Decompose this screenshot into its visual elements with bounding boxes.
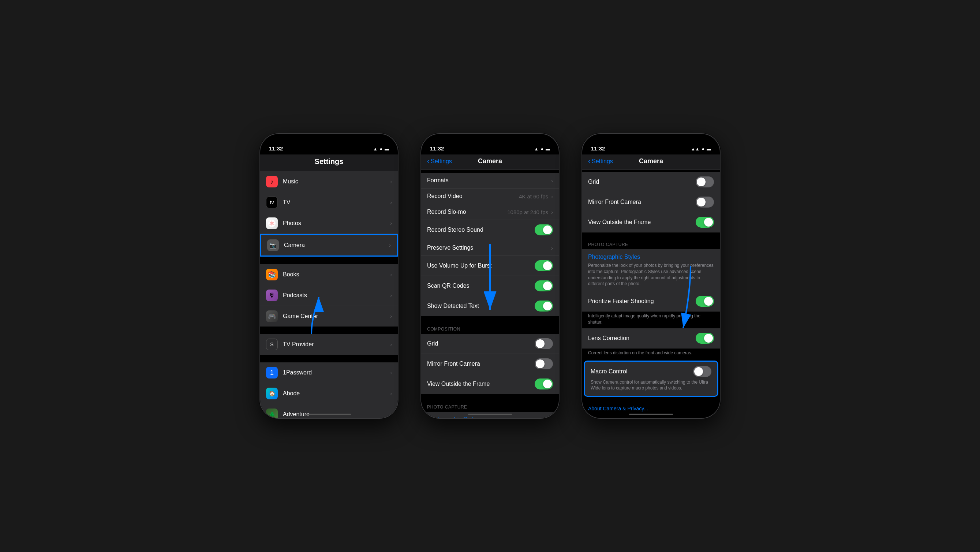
settings-item-music[interactable]: ♪ Music › <box>260 171 398 192</box>
camera-settings-list-3: Grid Mirror Front Camera V <box>582 170 720 416</box>
photo-styles-title: Photographic Styles <box>427 416 553 418</box>
cam-item-scan-qr[interactable]: Scan QR Codes <box>421 276 559 296</box>
grid-toggle[interactable] <box>535 338 553 349</box>
preserve-label: Preserve Settings <box>427 245 473 251</box>
camera-icon: 📷 <box>267 239 279 251</box>
formats-chevron: › <box>551 178 553 184</box>
chevron-icon: › <box>390 391 392 396</box>
grid3-label: Grid <box>588 179 599 185</box>
cam-item-preserve[interactable]: Preserve Settings › <box>421 240 559 256</box>
scan-qr-label: Scan QR Codes <box>427 283 469 289</box>
stereo-toggle[interactable] <box>535 224 553 235</box>
chevron-icon: › <box>390 272 392 277</box>
phone-2-screen: 11:32 ▲ ● ▬ ‹ Settings Camera <box>421 134 559 418</box>
cam-item-stereo[interactable]: Record Stereo Sound <box>421 220 559 240</box>
toggle-thumb <box>704 297 713 305</box>
composition-section-label: COMPOSITION <box>421 319 559 334</box>
toggle-thumb <box>704 218 713 227</box>
dynamic-island-3 <box>629 138 673 151</box>
slomo-val: 1080p at 240 fps <box>507 209 548 215</box>
settings-item-adventure[interactable]: 🌲 Adventure › <box>260 404 398 418</box>
settings-item-abode[interactable]: 🏠 Abode › <box>260 383 398 404</box>
scan-qr-toggle[interactable] <box>535 280 553 291</box>
settings-item-camera[interactable]: 📷 Camera › <box>260 234 398 257</box>
record-video-chevron: › <box>551 193 553 199</box>
settings-item-tv[interactable]: tv TV › <box>260 192 398 213</box>
nav-back-label: Settings <box>592 158 613 165</box>
signal-icon: ▲ <box>534 146 539 151</box>
photos-label: Photos <box>283 220 390 227</box>
cam-item-mirror3[interactable]: Mirror Front Camera <box>582 192 720 212</box>
mirror3-toggle[interactable] <box>696 197 714 208</box>
cam-item-slomo[interactable]: Record Slo-mo 1080p at 240 fps › <box>421 204 559 220</box>
camera-label: Camera <box>284 242 389 248</box>
toggle-thumb <box>536 360 544 368</box>
battery-icon: ▬ <box>546 146 550 151</box>
settings-item-tvprovider[interactable]: S TV Provider › <box>260 334 398 355</box>
status-time-1: 11:32 <box>269 145 283 151</box>
toggle-thumb <box>697 178 706 186</box>
chevron-icon: › <box>390 313 392 319</box>
photo-styles-desc-3: Personalize the look of your photos by b… <box>588 262 714 287</box>
phone-2-content: ‹ Settings Camera Formats › <box>421 154 559 418</box>
nav-back-2[interactable]: ‹ Settings <box>427 157 452 165</box>
battery-icon: ▬ <box>385 146 389 151</box>
cam-item-mirror[interactable]: Mirror Front Camera <box>421 354 559 374</box>
settings-item-1password[interactable]: 1 1Password › <box>260 363 398 383</box>
grid3-toggle[interactable] <box>696 177 714 188</box>
music-label: Music <box>283 178 390 185</box>
chevron-icon: › <box>390 342 392 347</box>
mirror-toggle[interactable] <box>535 358 553 369</box>
nav-back-3[interactable]: ‹ Settings <box>588 157 613 165</box>
toggle-thumb <box>704 334 713 343</box>
tvprovider-label: TV Provider <box>283 341 390 348</box>
1password-icon: 1 <box>266 367 278 379</box>
settings-item-gamecenter[interactable]: 🎮 Game Center › <box>260 306 398 326</box>
toggle-thumb <box>543 282 552 290</box>
home-indicator-3 <box>629 414 673 415</box>
settings-item-books[interactable]: 📚 Books › <box>260 264 398 285</box>
cam-item-faster-shooting[interactable]: Prioritize Faster Shooting <box>582 291 720 312</box>
cam-item-show-text[interactable]: Show Detected Text <box>421 296 559 316</box>
back-chevron-icon: ‹ <box>427 157 429 165</box>
cam-item-formats[interactable]: Formats › <box>421 173 559 189</box>
toggle-thumb <box>543 261 552 270</box>
cam-item-record-video[interactable]: Record Video 4K at 60 fps › <box>421 189 559 204</box>
phones-container: 11:32 ▲ ● ▬ Settings ♪ Music › <box>259 133 721 419</box>
toggle-thumb <box>543 226 552 234</box>
photo-capture-section-3: PHOTO CAPTURE <box>582 235 720 249</box>
chevron-icon: › <box>389 242 391 248</box>
volume-burst-toggle[interactable] <box>535 260 553 271</box>
toggle-thumb <box>543 302 552 310</box>
formats-label: Formats <box>427 177 449 184</box>
faster-shooting-toggle[interactable] <box>696 296 714 307</box>
macro-toggle[interactable] <box>693 366 711 377</box>
toggle-thumb <box>543 380 552 388</box>
cam-item-grid[interactable]: Grid <box>421 334 559 354</box>
settings-item-podcasts[interactable]: 🎙 Podcasts › <box>260 285 398 306</box>
cam-item-view-outside3[interactable]: View Outside the Frame <box>582 212 720 232</box>
phone-1: 11:32 ▲ ● ▬ Settings ♪ Music › <box>259 133 399 419</box>
cam-item-volume-burst[interactable]: Use Volume Up for Burst <box>421 256 559 276</box>
cam-item-grid3[interactable]: Grid <box>582 172 720 192</box>
lens-desc: Correct lens distortion on the front and… <box>582 348 720 359</box>
stereo-label: Record Stereo Sound <box>427 227 484 233</box>
tv-label: TV <box>283 199 390 206</box>
signal-icon: ▲▲ <box>691 146 700 151</box>
lens-toggle[interactable] <box>696 333 714 344</box>
signal-icon: ▲ <box>373 146 378 151</box>
nav-title-3: Camera <box>639 157 663 165</box>
view-outside-toggle[interactable] <box>535 379 553 390</box>
settings-item-photos[interactable]: Photos › <box>260 213 398 234</box>
photo-capture-section-label: PHOTO CAPTURE <box>421 397 559 412</box>
show-text-toggle[interactable] <box>535 301 553 312</box>
view-outside3-toggle[interactable] <box>696 217 714 227</box>
cam-item-view-outside[interactable]: View Outside the Frame <box>421 374 559 394</box>
wifi-icon: ● <box>541 146 543 151</box>
cam-item-lens[interactable]: Lens Correction <box>582 328 720 348</box>
formats-value: › <box>551 178 553 184</box>
macro-control-item[interactable]: Macro Control Show Camera control for au… <box>584 361 718 397</box>
photographic-styles-item-3[interactable]: Photographic Styles Personalize the look… <box>582 249 720 291</box>
wifi-icon: ● <box>380 146 382 151</box>
toggle-thumb <box>694 367 703 376</box>
